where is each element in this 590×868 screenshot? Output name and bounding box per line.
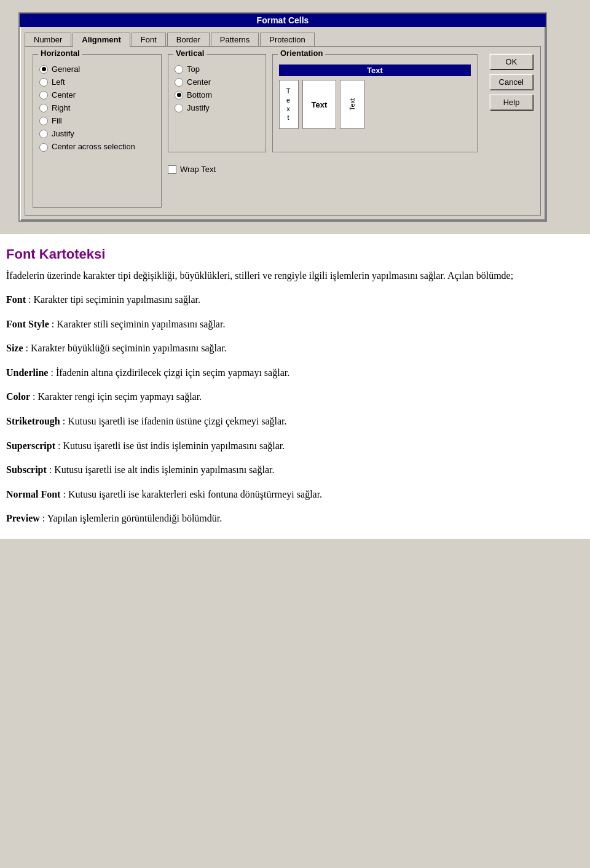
content-description: Kutusu işaretli ise karakterleri eski fo… [68, 489, 322, 499]
content-colon: : [30, 391, 37, 402]
tab-content: Horizontal General Left [25, 46, 541, 216]
page-title[interactable]: Font Kartoteksi [6, 246, 105, 262]
content-term: Font Style [6, 319, 49, 329]
content-item: Superscript : Kutusu işaretli ise üst in… [6, 438, 584, 454]
radio-center-label: Center [52, 90, 76, 100]
radio-center-across-label: Center across selection [52, 142, 135, 152]
text-rotations: T e x t Text Text [279, 80, 471, 129]
content-item: Subscript : Kutusu işaretli ise alt indi… [6, 462, 584, 478]
content-items: Font : Karakter tipi seçiminin yapılması… [6, 292, 584, 526]
buttons-column: OK Cancel Help [484, 54, 533, 208]
radio-vcenter-circle [175, 78, 183, 87]
radio-bottom-label: Bottom [187, 90, 212, 100]
content-colon: : [47, 464, 54, 475]
radio-left-circle [39, 78, 48, 87]
content-term: Normal Font [6, 489, 60, 499]
radio-right[interactable]: Right [39, 103, 155, 112]
horizontal-section: Horizontal General Left [33, 54, 162, 208]
content-term: Size [6, 343, 23, 353]
radio-general-circle [39, 65, 48, 74]
content-area: Font Kartoteksi İfadelerin üzerinde kara… [0, 234, 590, 539]
content-item: Normal Font : Kutusu işaretli ise karakt… [6, 487, 584, 502]
radio-justify-v-circle [175, 104, 183, 112]
content-description: Kutusu işaretli ise ifadenin üstüne çizg… [68, 416, 286, 426]
wrap-text-row[interactable]: Wrap Text [168, 165, 266, 174]
radio-top[interactable]: Top [175, 65, 259, 74]
content-term: Subscript [6, 464, 47, 475]
radio-top-label: Top [187, 65, 200, 74]
dialog-body: Number Alignment Font Border Patterns Pr… [20, 27, 546, 221]
content-item: Size : Karakter büyüklüğü seçiminin yapı… [6, 340, 584, 356]
content-description: Karakter rengi için seçim yapmayı sağlar… [38, 391, 202, 402]
content-term: Font [6, 294, 26, 305]
tab-alignment[interactable]: Alignment [73, 33, 130, 47]
radio-center[interactable]: Center [39, 90, 155, 100]
content-colon: : [23, 343, 31, 353]
content-description: Kutusu işaretli ise alt indis işleminin … [54, 464, 274, 475]
radio-bottom[interactable]: Bottom [175, 90, 259, 100]
radio-justify-h[interactable]: Justify [39, 129, 155, 138]
radio-general-label: General [52, 65, 80, 74]
content-item: Font : Karakter tipi seçiminin yapılması… [6, 292, 584, 308]
radio-top-circle [175, 65, 183, 74]
content-term: Striketrough [6, 416, 60, 426]
orientation-horizontal-text: Text [312, 100, 328, 109]
radio-vcenter-label: Center [187, 77, 211, 87]
orientation-diagonal[interactable]: Text [340, 80, 364, 129]
vertical-section-label: Vertical [173, 49, 206, 58]
ok-button[interactable]: OK [490, 54, 533, 69]
radio-right-label: Right [52, 103, 70, 112]
content-description: Karakter büyüklüğü seçiminin yapılmasını… [31, 343, 227, 353]
orientation-vertical[interactable]: T e x t [279, 80, 299, 129]
cancel-button[interactable]: Cancel [490, 74, 533, 90]
radio-fill-circle [39, 117, 48, 125]
content-description: Karakter tipi seçiminin yapılmasını sağl… [33, 294, 200, 305]
radio-justify-h-label: Justify [52, 129, 74, 138]
orientation-box: Orientation Text T e x t [272, 54, 478, 152]
text-highlight-label: Text [279, 65, 471, 76]
radio-general[interactable]: General [39, 65, 155, 74]
left-column: Horizontal General Left [33, 54, 162, 208]
content-term: Superscript [6, 440, 55, 451]
horizontal-section-label: Horizontal [38, 49, 82, 58]
dialog-wrapper: Format Cells Number Alignment Font Borde… [0, 0, 590, 234]
radio-fill[interactable]: Fill [39, 116, 155, 125]
radio-left[interactable]: Left [39, 77, 155, 87]
tab-number[interactable]: Number [25, 33, 71, 47]
radio-center-across-circle [39, 143, 48, 152]
radio-right-circle [39, 104, 48, 112]
orientation-horizontal[interactable]: Text [302, 80, 336, 129]
radio-left-label: Left [52, 77, 65, 87]
help-button[interactable]: Help [490, 95, 533, 110]
radio-center-circle [39, 91, 48, 100]
radio-vcenter[interactable]: Center [175, 77, 259, 87]
radio-justify-v[interactable]: Justify [175, 103, 259, 112]
tab-border[interactable]: Border [167, 33, 210, 47]
dialog-title: Format Cells [257, 15, 309, 25]
wrap-text-checkbox[interactable] [168, 165, 176, 174]
tab-protection[interactable]: Protection [260, 33, 315, 47]
content-colon: : [49, 319, 57, 329]
horizontal-radio-group: General Left Center [39, 65, 155, 152]
content-item: Underline : İfadenin altına çizdirilecek… [6, 365, 584, 381]
content-term: Color [6, 391, 30, 402]
content-item: Color : Karakter rengi için seçim yapmay… [6, 389, 584, 405]
content-colon: : [60, 489, 68, 499]
wrap-text-label: Wrap Text [180, 165, 216, 174]
content-description: Kutusu işaretli ise üst indis işleminin … [63, 440, 285, 451]
radio-center-across[interactable]: Center across selection [39, 142, 155, 152]
radio-justify-v-label: Justify [187, 103, 210, 112]
vertical-radio-group: Top Center Bottom [175, 65, 259, 112]
tab-patterns[interactable]: Patterns [211, 33, 259, 47]
radio-fill-label: Fill [52, 116, 62, 125]
content-term: Underline [6, 367, 48, 378]
content-term: Preview [6, 513, 40, 523]
orientation-section-label: Orientation [278, 49, 325, 58]
tabs-row: Number Alignment Font Border Patterns Pr… [25, 32, 541, 47]
middle-column: Vertical Top Center [168, 54, 266, 208]
format-cells-dialog: Format Cells Number Alignment Font Borde… [18, 12, 547, 222]
content-description: Karakter stili seçiminin yapılmasını sağ… [57, 319, 225, 329]
content-colon: : [55, 440, 63, 451]
tab-font[interactable]: Font [132, 33, 166, 47]
content-item: Font Style : Karakter stili seçiminin ya… [6, 316, 584, 332]
